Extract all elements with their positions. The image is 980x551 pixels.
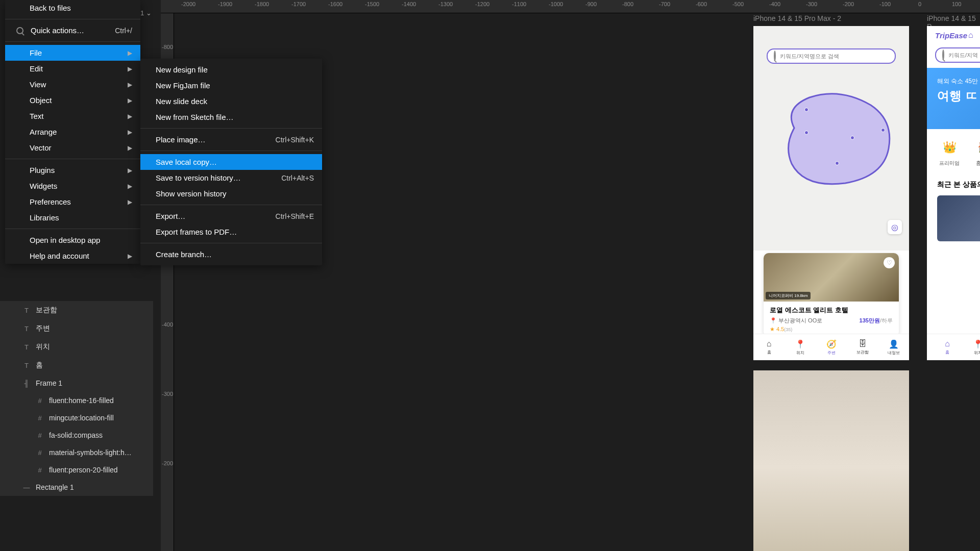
submenu-save-local[interactable]: Save local copy… [140, 154, 322, 170]
ruler-tick: -500 [732, 1, 744, 7]
menu-view[interactable]: View▶ [5, 77, 140, 92]
section-recent-title: 최근 본 상품의 연 [927, 176, 980, 193]
chevron-right-icon: ▶ [128, 144, 132, 152]
locate-me-button[interactable]: ◎ [888, 220, 902, 234]
ruler-tick: -1600 [328, 1, 342, 7]
menu-open-desktop[interactable]: Open in desktop app [5, 232, 140, 248]
frame-layer-icon: # [36, 466, 44, 474]
ruler-tick: -200 [162, 460, 173, 466]
artboard-3[interactable] [753, 370, 909, 551]
map-pin-icon [850, 136, 854, 140]
app-logo: TripEase [935, 31, 967, 40]
submenu-place-image[interactable]: Place image…Ctrl+Shift+K [140, 132, 322, 147]
menu-libraries[interactable]: Libraries [5, 210, 140, 226]
search-input[interactable] [780, 53, 889, 59]
ruler-tick: -1900 [218, 1, 232, 7]
artboard-1[interactable]: ◎ 니어지코퍼비 19.8km ♡ 로열 에스코트 엘리트 호텔 📍 부산광역시… [753, 26, 909, 360]
layer-item[interactable]: T주변 [0, 319, 153, 338]
layer-item[interactable]: #fluent:home-16-filled [0, 392, 153, 409]
tab-location[interactable]: 📍위치 [785, 334, 816, 360]
ruler-tick: -400 [162, 321, 173, 328]
search-icon [942, 51, 944, 60]
submenu-new-design[interactable]: New design file [140, 62, 322, 78]
hotel-card[interactable]: 니어지코퍼비 19.8km ♡ 로열 에스코트 엘리트 호텔 📍 부산광역시 O… [764, 253, 899, 337]
tab-profile[interactable]: 👤내정보 [878, 334, 909, 360]
person-icon: 👤 [889, 339, 899, 349]
chevron-right-icon: ▶ [128, 167, 132, 174]
layer-item[interactable]: T홈 [0, 356, 153, 374]
search-field[interactable] [935, 47, 980, 63]
chevron-down-icon: ⌄ [146, 9, 152, 17]
ruler-tick: -2000 [181, 1, 195, 7]
submenu-save-history[interactable]: Save to version history…Ctrl+Alt+S [140, 170, 322, 186]
shortcut-text: Ctrl+Shift+E [276, 212, 314, 220]
recent-image [937, 195, 980, 241]
ruler-tick: -300 [806, 1, 817, 7]
tab-home[interactable]: ⌂홈 [932, 334, 963, 360]
layer-item[interactable]: #fluent:person-20-filled [0, 461, 153, 479]
map-pin-icon [804, 131, 808, 135]
layer-item[interactable]: #mingcute:location-fill [0, 409, 153, 427]
submenu-create-branch[interactable]: Create branch… [140, 246, 322, 262]
search-input[interactable] [948, 52, 980, 58]
promo-banner[interactable]: 해외 숙소 45만 여행 ㄸ [927, 68, 980, 129]
menu-widgets[interactable]: Widgets▶ [5, 178, 140, 194]
ruler-tick: -1100 [512, 1, 526, 7]
menu-plugins[interactable]: Plugins▶ [5, 162, 140, 178]
ruler-tick: -1200 [475, 1, 489, 7]
tab-home[interactable]: ⌂홈 [753, 334, 785, 360]
menu-text[interactable]: Text▶ [5, 108, 140, 124]
category-home[interactable]: 🏠홈·빌라 [975, 138, 980, 167]
menu-separator [5, 229, 140, 229]
layer-item[interactable]: T보관함 [0, 301, 153, 319]
ruler-tick: -1000 [549, 1, 563, 7]
map-pin-icon [835, 161, 839, 165]
layers-panel: T보관함 T주변 T위치 T홈 ╢Frame 1 #fluent:home-16… [0, 301, 153, 496]
submenu-new-sketch[interactable]: New from Sketch file… [140, 109, 322, 125]
submenu-export-pdf[interactable]: Export frames to PDF… [140, 224, 322, 240]
house-icon: 🏠 [975, 138, 980, 157]
map-pin-icon [804, 108, 808, 112]
text-layer-icon: T [22, 325, 31, 333]
search-field[interactable] [767, 48, 896, 64]
menu-edit[interactable]: Edit▶ [5, 61, 140, 77]
distance-badge: 니어지코퍼비 19.8km [766, 292, 811, 299]
text-layer-icon: T [22, 307, 31, 314]
menu-file[interactable]: File▶ [5, 45, 140, 61]
ruler-tick: 0 [918, 1, 921, 7]
artboard-label-1[interactable]: iPhone 14 & 15 Pro Max - 2 [753, 14, 841, 22]
ruler-tick: -600 [696, 1, 707, 7]
layer-item[interactable]: #fa-solid:compass [0, 427, 153, 444]
submenu-new-figjam[interactable]: New FigJam file [140, 78, 322, 93]
page-indicator[interactable]: 1⌄ [140, 9, 152, 17]
category-premium[interactable]: 👑프리미엄 [939, 138, 960, 167]
artboard-2[interactable]: TripEase ⌂ 해외 숙소 45만 여행 ㄸ 👑프리미엄 🏠홈·빌라 최근… [927, 26, 980, 360]
home-icon: ⌂ [945, 339, 950, 348]
submenu-export[interactable]: Export…Ctrl+Shift+E [140, 208, 322, 224]
menu-quick-actions[interactable]: Quick actions… Ctrl+/ [5, 22, 140, 38]
map-pin-icon [881, 128, 885, 132]
menu-vector[interactable]: Vector▶ [5, 140, 140, 156]
menu-object[interactable]: Object▶ [5, 92, 140, 108]
menu-back-to-files[interactable]: Back to files [5, 0, 140, 16]
layer-item[interactable]: T위치 [0, 338, 153, 356]
favorite-button[interactable]: ♡ [884, 257, 895, 268]
search-icon [774, 52, 776, 61]
menu-arrange[interactable]: Arrange▶ [5, 124, 140, 140]
menu-preferences[interactable]: Preferences▶ [5, 194, 140, 210]
menu-help[interactable]: Help and account▶ [5, 248, 140, 264]
hotel-rating: ★ 4.5(35) [770, 326, 893, 333]
layer-frame[interactable]: ╢Frame 1 [0, 374, 153, 392]
tab-saved[interactable]: 🗄보관함 [847, 334, 878, 360]
logo-icon: ⌂ [968, 31, 973, 40]
recent-card[interactable]: 부산 시티코지움 알스 타워 · 2인용 30%135000원 [937, 195, 980, 241]
submenu-new-slide[interactable]: New slide deck [140, 93, 322, 109]
menu-separator [140, 151, 322, 151]
submenu-show-history[interactable]: Show version history [140, 186, 322, 202]
tab-nearby[interactable]: 🧭주변 [816, 334, 847, 360]
layer-item[interactable]: —Rectangle 1 [0, 479, 153, 496]
tab-location[interactable]: 📍위치 [963, 334, 980, 360]
layer-item[interactable]: #material-symbols-light:h… [0, 444, 153, 461]
autolayout-icon: ╢ [22, 380, 31, 387]
ruler-tick: -1700 [291, 1, 306, 7]
